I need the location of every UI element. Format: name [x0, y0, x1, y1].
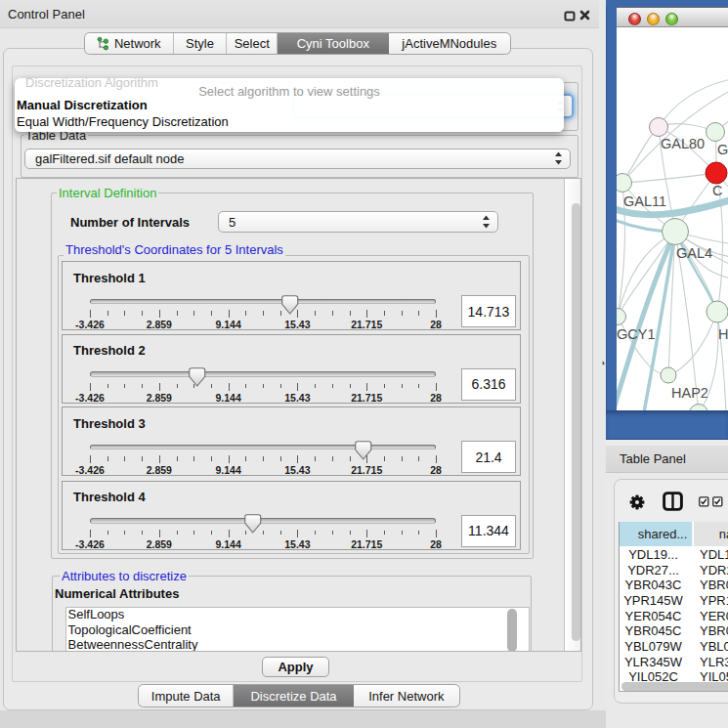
- network-node-H[interactable]: [707, 301, 728, 322]
- scrollbar-track[interactable]: [564, 179, 581, 651]
- slider-thumb[interactable]: [355, 441, 372, 460]
- cell-name[interactable]: YPR14: [700, 593, 728, 608]
- slider-tick: [211, 531, 212, 535]
- network-node-red[interactable]: [706, 162, 727, 184]
- slider-tick: [142, 531, 143, 535]
- table-data-combo-value: galFiltered.sif default node: [25, 151, 554, 166]
- slider-tick: [193, 311, 194, 316]
- cell-shared-name[interactable]: YDR27...: [620, 563, 693, 578]
- apply-button[interactable]: Apply: [262, 657, 329, 677]
- network-node-GCY1[interactable]: [617, 309, 626, 325]
- zoom-traffic-light[interactable]: [665, 13, 678, 25]
- slider-track[interactable]: [90, 445, 436, 450]
- cell-name[interactable]: YER05: [700, 609, 728, 623]
- network-node-GAL11[interactable]: [617, 174, 632, 193]
- table-header-shared-name[interactable]: shared...: [620, 522, 693, 546]
- slider-track[interactable]: [90, 299, 436, 305]
- threshold-value-field[interactable]: 6.316: [461, 368, 516, 401]
- attribute-list-item[interactable]: SelfLoops: [68, 607, 125, 621]
- tab-style[interactable]: Style: [174, 33, 228, 54]
- tab-discretize-data[interactable]: Discretize Data: [234, 685, 353, 707]
- table-horizontal-scrollbar[interactable]: [621, 682, 728, 691]
- checkbox-icon[interactable]: [699, 496, 709, 507]
- minimize-traffic-light[interactable]: [647, 13, 660, 25]
- network-node-GAL4[interactable]: [663, 219, 689, 245]
- cell-name[interactable]: YLR34: [700, 655, 728, 669]
- cell-shared-name[interactable]: YBR045C: [620, 623, 693, 638]
- cell-name[interactable]: YDR27: [700, 563, 728, 578]
- cell-shared-name[interactable]: YPR145W: [620, 593, 693, 608]
- network-window-titlebar[interactable]: [617, 7, 728, 27]
- table-row[interactable]: YBR045CYBR04: [620, 623, 728, 639]
- slider-thumb[interactable]: [244, 514, 262, 534]
- table-row[interactable]: YBL079WYBL07: [620, 639, 728, 655]
- scrollbar-thumb[interactable]: [572, 203, 580, 641]
- table-row[interactable]: YPR145WYPR14: [620, 593, 728, 609]
- float-window-icon[interactable]: [564, 11, 576, 21]
- slider-tick: [245, 456, 246, 461]
- tab-jactivemnodules[interactable]: jActiveMNodules: [389, 33, 510, 54]
- table-row[interactable]: YDR27...YDR27: [620, 563, 728, 578]
- threshold-value-field[interactable]: 14.713: [461, 295, 516, 327]
- numerical-attributes-label: Numerical Attributes: [55, 586, 179, 601]
- tab-label: Infer Network: [368, 689, 444, 704]
- slider-tick: [263, 311, 264, 316]
- slider-tick: [211, 384, 212, 389]
- table-header-name[interactable]: na: [694, 522, 728, 546]
- slider-tick-label: 15.43: [284, 392, 310, 404]
- cell-shared-name[interactable]: YDL19...: [620, 547, 693, 562]
- table-row[interactable]: YER054CYER05: [620, 609, 728, 624]
- slider-thumb[interactable]: [189, 367, 206, 387]
- tab-impute-data[interactable]: Impute Data: [139, 685, 234, 707]
- cell-name[interactable]: YDL19: [700, 547, 728, 562]
- table-row[interactable]: YLR345WYLR34: [620, 655, 728, 670]
- numerical-attributes-list[interactable]: SelfLoopsTopologicalCoefficientBetweenne…: [65, 607, 530, 652]
- cell-shared-name[interactable]: YER054C: [620, 609, 693, 623]
- slider-track[interactable]: [90, 518, 436, 524]
- close-traffic-light[interactable]: [628, 13, 641, 25]
- slider-tick: [350, 311, 351, 316]
- table-row[interactable]: YDL19...YDL19: [620, 547, 728, 563]
- tab-label: Select: [235, 36, 270, 51]
- slider-tick: [402, 456, 403, 461]
- slider-track[interactable]: [90, 371, 436, 377]
- attribute-list-item[interactable]: BetweennessCentrality: [68, 637, 198, 652]
- slider-tick: [90, 310, 91, 318]
- network-node-b[interactable]: [690, 405, 708, 411]
- slider-tick: [436, 310, 437, 318]
- close-icon[interactable]: [579, 10, 590, 21]
- table-row[interactable]: YBR043CYBR04: [620, 578, 728, 593]
- threshold-coordinates-group-title: Threshold's Coordinates for 5 Intervals: [64, 242, 285, 257]
- attributes-list-scrollbar[interactable]: [507, 609, 517, 652]
- slider-thumb[interactable]: [281, 295, 299, 315]
- cell-shared-name[interactable]: YBL079W: [620, 639, 693, 654]
- table-data-combo[interactable]: galFiltered.sif default node: [24, 149, 571, 169]
- tab-select[interactable]: Select: [227, 33, 278, 54]
- slider-tick-label: 15.43: [284, 538, 310, 550]
- number-of-intervals-combo[interactable]: 5: [218, 211, 498, 233]
- network-node-HAP2[interactable]: [661, 367, 676, 383]
- tab-cyni-toolbox[interactable]: Cyni Toolbox: [278, 33, 388, 54]
- popup-item[interactable]: Equal Width/Frequency Discretization: [17, 114, 229, 129]
- network-node-GAL80[interactable]: [650, 118, 668, 137]
- tab-infer-network[interactable]: Infer Network: [354, 685, 459, 707]
- network-icon: [97, 36, 109, 51]
- cell-name[interactable]: YBL07: [700, 639, 728, 654]
- cell-shared-name[interactable]: YBR043C: [620, 578, 693, 592]
- slider-tick: [366, 310, 367, 318]
- network-canvas[interactable]: GAL80GALCGAL11GAL4GCY1HHAP2: [617, 27, 728, 410]
- node-table[interactable]: shared... na YDL19...YDL19YDR27...YDR27Y…: [619, 522, 728, 692]
- columns-icon[interactable]: [663, 492, 683, 511]
- gear-icon[interactable]: [629, 494, 645, 510]
- attribute-list-item[interactable]: TopologicalCoefficient: [68, 622, 192, 637]
- tab-network[interactable]: Network: [85, 33, 174, 54]
- popup-item[interactable]: Manual Discretization: [17, 98, 148, 112]
- cell-shared-name[interactable]: YLR345W: [620, 655, 693, 669]
- slider-tick: [229, 310, 230, 318]
- network-node-GA[interactable]: [707, 123, 725, 142]
- cell-name[interactable]: YBR04: [700, 623, 728, 638]
- threshold-value-field[interactable]: 11.344: [461, 515, 516, 547]
- checkbox-icon[interactable]: [712, 496, 723, 507]
- threshold-value-field[interactable]: 21.4: [461, 441, 516, 473]
- cell-name[interactable]: YBR04: [700, 578, 728, 592]
